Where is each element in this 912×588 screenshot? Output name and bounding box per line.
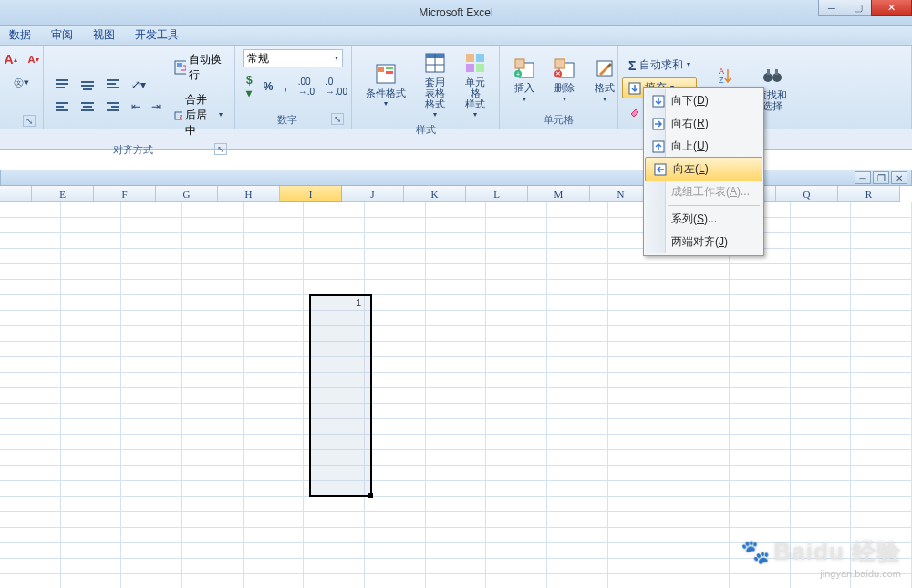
cell[interactable] bbox=[730, 357, 791, 373]
tab-developer[interactable]: 开发工具 bbox=[135, 27, 179, 43]
cell[interactable] bbox=[365, 528, 426, 543]
cell[interactable] bbox=[851, 466, 912, 481]
cell[interactable] bbox=[182, 264, 244, 280]
cell[interactable] bbox=[791, 419, 852, 435]
cell[interactable] bbox=[608, 311, 669, 326]
cell[interactable] bbox=[730, 435, 791, 450]
cell[interactable] bbox=[791, 373, 852, 388]
cell[interactable] bbox=[244, 202, 305, 218]
cell[interactable] bbox=[304, 559, 365, 574]
cell[interactable] bbox=[608, 280, 669, 295]
decrease-decimal-button[interactable]: .0→.00 bbox=[322, 74, 351, 99]
shrink-font-button[interactable]: A▾ bbox=[25, 51, 43, 67]
cell[interactable] bbox=[608, 419, 669, 435]
cell[interactable] bbox=[851, 357, 912, 373]
fill-left-item[interactable]: 向左(L) bbox=[645, 157, 762, 181]
cell[interactable] bbox=[547, 466, 608, 481]
cell[interactable] bbox=[791, 202, 852, 218]
cell[interactable] bbox=[851, 202, 912, 218]
cell[interactable] bbox=[426, 404, 487, 419]
cell[interactable] bbox=[304, 311, 365, 326]
cell[interactable] bbox=[791, 249, 852, 264]
cell[interactable] bbox=[365, 233, 426, 249]
cell[interactable] bbox=[61, 388, 122, 404]
cell[interactable] bbox=[547, 435, 608, 450]
cell[interactable] bbox=[0, 528, 61, 543]
cell[interactable] bbox=[61, 543, 122, 559]
cell[interactable] bbox=[304, 249, 365, 264]
cell[interactable] bbox=[0, 388, 61, 404]
doc-minimize-button[interactable]: ─ bbox=[855, 171, 871, 184]
font-dialog-launcher[interactable]: ⤡ bbox=[23, 115, 36, 127]
col-header[interactable]: K bbox=[404, 186, 466, 202]
cell[interactable] bbox=[182, 295, 244, 311]
col-header[interactable]: F bbox=[94, 186, 156, 202]
cell[interactable] bbox=[61, 342, 122, 357]
cell[interactable] bbox=[121, 388, 182, 404]
cell[interactable] bbox=[668, 512, 730, 528]
cell[interactable] bbox=[791, 497, 852, 512]
cell[interactable] bbox=[547, 233, 608, 249]
cell[interactable] bbox=[668, 497, 730, 512]
cell[interactable] bbox=[791, 559, 852, 574]
cell[interactable] bbox=[547, 357, 608, 373]
cell[interactable] bbox=[426, 342, 487, 357]
cell[interactable] bbox=[121, 419, 182, 435]
cell[interactable] bbox=[182, 342, 244, 357]
cell[interactable] bbox=[426, 326, 487, 342]
cell[interactable] bbox=[182, 419, 244, 435]
delete-button[interactable]: ✕ 删除 ▾ bbox=[547, 55, 582, 105]
cell[interactable] bbox=[668, 466, 730, 481]
cell[interactable] bbox=[486, 264, 547, 280]
cell[interactable] bbox=[121, 404, 182, 419]
cell[interactable] bbox=[304, 450, 365, 466]
cell[interactable] bbox=[547, 249, 608, 264]
cell[interactable] bbox=[730, 342, 791, 357]
cell[interactable] bbox=[61, 311, 122, 326]
cell[interactable] bbox=[668, 357, 730, 373]
cell[interactable] bbox=[851, 512, 912, 528]
cell[interactable] bbox=[0, 481, 61, 497]
cell[interactable] bbox=[304, 326, 365, 342]
cell[interactable] bbox=[851, 528, 912, 543]
cell[interactable] bbox=[365, 326, 426, 342]
cell[interactable] bbox=[608, 512, 669, 528]
cell[interactable] bbox=[668, 373, 730, 388]
cell[interactable] bbox=[668, 543, 730, 559]
cell[interactable] bbox=[608, 373, 669, 388]
cell[interactable] bbox=[426, 559, 487, 574]
cell[interactable] bbox=[486, 202, 547, 218]
cell[interactable] bbox=[61, 357, 122, 373]
number-format-dropdown[interactable]: 常规 ▾ bbox=[243, 49, 343, 67]
cell[interactable] bbox=[121, 311, 182, 326]
cell[interactable] bbox=[304, 466, 365, 481]
cell[interactable] bbox=[547, 481, 608, 497]
cell[interactable] bbox=[365, 295, 426, 311]
cell[interactable] bbox=[547, 574, 608, 588]
cell[interactable] bbox=[365, 404, 426, 419]
col-header[interactable]: M bbox=[528, 186, 590, 202]
cell[interactable] bbox=[608, 388, 669, 404]
cell[interactable] bbox=[244, 280, 305, 295]
cell[interactable] bbox=[851, 450, 912, 466]
cell[interactable] bbox=[547, 342, 608, 357]
cell[interactable] bbox=[0, 264, 61, 280]
cell[interactable] bbox=[730, 481, 791, 497]
cell[interactable] bbox=[668, 342, 730, 357]
cell[interactable] bbox=[426, 435, 487, 450]
cell[interactable] bbox=[244, 218, 305, 233]
cell[interactable] bbox=[121, 512, 182, 528]
cell[interactable] bbox=[304, 357, 365, 373]
cell[interactable] bbox=[244, 326, 305, 342]
cell[interactable] bbox=[244, 450, 305, 466]
col-header[interactable]: J bbox=[342, 186, 404, 202]
cell[interactable] bbox=[244, 497, 305, 512]
cell[interactable] bbox=[486, 295, 547, 311]
cell[interactable] bbox=[121, 233, 182, 249]
col-header[interactable]: H bbox=[218, 186, 280, 202]
cell[interactable] bbox=[365, 450, 426, 466]
tab-review[interactable]: 审阅 bbox=[51, 27, 73, 43]
cell[interactable] bbox=[730, 528, 791, 543]
cell[interactable] bbox=[0, 249, 61, 264]
cell[interactable] bbox=[304, 233, 365, 249]
